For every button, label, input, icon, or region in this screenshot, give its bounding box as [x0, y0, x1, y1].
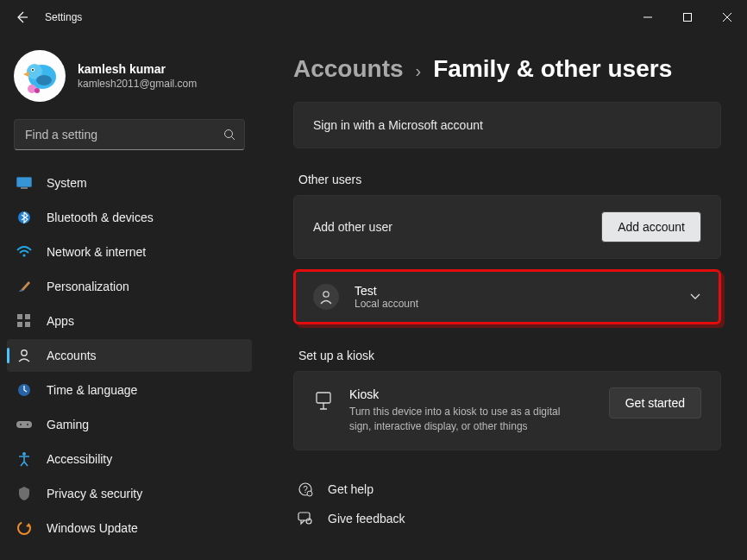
sidebar-item-label: Time & language: [47, 383, 137, 397]
svg-point-23: [18, 522, 30, 534]
shield-icon: [16, 485, 33, 502]
breadcrumb-parent[interactable]: Accounts: [293, 55, 404, 83]
get-help-link[interactable]: ? Get help: [297, 475, 721, 504]
signin-text: Sign in with a Microsoft account: [313, 118, 483, 132]
kiosk-icon: [313, 391, 334, 412]
sidebar-item-accounts[interactable]: Accounts: [7, 339, 252, 372]
other-users-heading: Other users: [298, 173, 721, 186]
sidebar-item-accessibility[interactable]: Accessibility: [7, 443, 252, 475]
close-button[interactable]: [707, 0, 747, 35]
add-other-user-row: Add other user Add account: [293, 195, 721, 259]
bluetooth-icon: [16, 209, 33, 226]
paintbrush-icon: [16, 278, 33, 295]
user-email: kamlesh2011@gmail.com: [78, 78, 197, 90]
svg-point-30: [306, 519, 311, 524]
user-entry-test[interactable]: Test Local account: [293, 269, 721, 324]
system-icon: [16, 174, 33, 192]
svg-point-22: [22, 452, 26, 456]
feedback-icon: [297, 512, 314, 525]
sidebar-item-label: Privacy & security: [47, 487, 142, 500]
bird-avatar-icon: [18, 54, 61, 98]
sidebar-item-personalization[interactable]: Personalization: [7, 270, 252, 303]
back-button[interactable]: [9, 4, 35, 30]
svg-point-24: [323, 292, 329, 297]
sidebar-item-label: Gaming: [47, 418, 89, 431]
search-box[interactable]: [14, 119, 245, 150]
sidebar-item-network[interactable]: Network & internet: [7, 236, 252, 268]
page-title: Family & other users: [433, 55, 672, 83]
svg-point-20: [20, 424, 22, 425]
user-entry-subtitle: Local account: [355, 298, 689, 310]
update-icon: [16, 519, 33, 537]
sidebar-item-label: Windows Update: [47, 521, 138, 535]
sidebar-item-label: System: [47, 176, 87, 190]
svg-point-7: [35, 88, 40, 93]
sidebar-item-label: Accessibility: [47, 452, 112, 466]
sidebar-item-apps[interactable]: Apps: [7, 305, 252, 337]
wifi-icon: [16, 243, 33, 261]
kiosk-heading: Set up a kiosk: [298, 349, 721, 362]
svg-rect-10: [21, 187, 28, 189]
sidebar-item-time-language[interactable]: Time & language: [7, 374, 252, 406]
chevron-right-icon: ›: [416, 61, 422, 81]
sidebar-item-label: Network & internet: [47, 245, 146, 259]
sidebar-item-windows-update[interactable]: Windows Update: [7, 512, 252, 544]
give-feedback-link[interactable]: Give feedback: [297, 504, 721, 533]
user-profile[interactable]: kamlesh kumar kamlesh2011@gmail.com: [7, 48, 252, 117]
signin-card[interactable]: Sign in with a Microsoft account: [293, 102, 721, 148]
maximize-button[interactable]: [668, 0, 707, 35]
user-avatar: [14, 50, 66, 102]
accounts-icon: [16, 347, 33, 364]
svg-point-4: [32, 69, 34, 71]
svg-point-5: [36, 75, 52, 85]
accessibility-icon: [16, 450, 33, 468]
sidebar-item-system[interactable]: System: [7, 167, 252, 199]
sidebar-item-label: Bluetooth & devices: [47, 211, 154, 224]
apps-icon: [16, 312, 33, 330]
svg-rect-19: [16, 421, 32, 428]
gamepad-icon: [16, 416, 33, 433]
sidebar-item-gaming[interactable]: Gaming: [7, 408, 252, 441]
breadcrumb: Accounts › Family & other users: [293, 55, 721, 83]
sidebar-item-bluetooth[interactable]: Bluetooth & devices: [7, 201, 252, 234]
nav-list: System Bluetooth & devices Network & int…: [7, 166, 252, 545]
search-input[interactable]: [23, 127, 223, 142]
kiosk-card: Kiosk Turn this device into a kiosk to u…: [293, 371, 721, 450]
svg-rect-13: [17, 314, 22, 319]
minimize-button[interactable]: [628, 0, 668, 35]
back-arrow-icon: [15, 10, 28, 24]
search-icon: [223, 129, 235, 141]
svg-rect-9: [17, 178, 32, 187]
sidebar-item-privacy[interactable]: Privacy & security: [7, 477, 252, 510]
svg-rect-15: [17, 322, 22, 327]
clock-globe-icon: [16, 381, 33, 399]
sidebar-item-label: Accounts: [47, 349, 97, 362]
give-feedback-label: Give feedback: [328, 512, 405, 525]
svg-point-12: [22, 254, 25, 256]
get-help-label: Get help: [328, 482, 374, 496]
get-started-button[interactable]: Get started: [609, 387, 701, 418]
help-icon: ?: [297, 481, 314, 497]
add-other-user-label: Add other user: [313, 220, 392, 234]
window-title: Settings: [45, 11, 82, 23]
svg-point-28: [307, 491, 312, 496]
user-name: kamlesh kumar: [78, 62, 197, 76]
svg-point-8: [225, 130, 233, 138]
svg-point-21: [27, 424, 28, 425]
kiosk-description: Turn this device into a kiosk to use as …: [349, 405, 565, 434]
chevron-down-icon: [689, 291, 701, 303]
sidebar-item-label: Apps: [47, 314, 74, 328]
svg-point-17: [22, 350, 27, 356]
svg-rect-14: [25, 314, 30, 319]
kiosk-title: Kiosk: [349, 387, 609, 401]
add-account-button[interactable]: Add account: [601, 211, 701, 242]
user-entry-name: Test: [355, 284, 689, 298]
svg-rect-0: [684, 14, 692, 22]
sidebar-item-label: Personalization: [47, 280, 129, 293]
svg-rect-16: [25, 322, 30, 327]
svg-rect-25: [317, 393, 330, 403]
person-icon: [313, 284, 339, 310]
